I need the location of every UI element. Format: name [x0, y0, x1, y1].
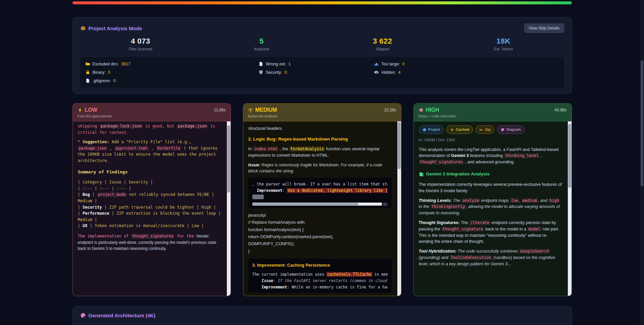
tier-medium-heading: MEDIUM Balanced analysis: [248, 107, 278, 118]
project-analysis-panel: Project Analysis Mode View Skip Details …: [72, 17, 572, 94]
tier-high-heading: HIGH Deep + code execution: [418, 107, 456, 118]
tier-duration: 22.28s: [384, 107, 396, 118]
architecture-title: Generated Architecture (4K): [80, 313, 564, 318]
stat-label: Files Scanned: [80, 47, 201, 51]
paragraph: Thinking Levels: The analyze endpoint ma…: [419, 198, 562, 216]
panel-header-row: Project Analysis Mode View Skip Details: [80, 23, 564, 33]
stat-value: 3 622: [322, 37, 443, 46]
brain-icon: [418, 108, 424, 113]
badge-diagram: Diagram: [497, 125, 525, 134]
scroll-right-arrow[interactable]: ›: [383, 203, 388, 206]
code-line: The current implementation uses cachetoo…: [252, 271, 388, 278]
puzzle-icon: [419, 172, 424, 177]
stats-row: 4 073 Files Scanned 5 Analyzed 3 622 Ski…: [80, 37, 564, 51]
lock-icon: [85, 70, 90, 75]
badge-sig: Sig: [476, 125, 494, 134]
vertical-scrollbar[interactable]: [568, 121, 572, 296]
scrollbar-thumb[interactable]: [641, 60, 643, 186]
skip-item-binary: Binary: 0: [85, 70, 259, 75]
package-icon: [423, 128, 427, 132]
badge-project: Project: [419, 125, 444, 134]
tier-high-content[interactable]: Project Cached Sig Diagram In:: [414, 121, 572, 296]
vertical-scrollbar[interactable]: [397, 121, 401, 296]
stat-est-tokens: 18K Est. Tokens: [443, 37, 564, 51]
tier-subtitle: Fast but approximate: [78, 114, 112, 118]
skip-column: Wrong ext: 1 Security: 0: [258, 61, 374, 83]
tier-low-header: LOW Fast but approximate 11.85s: [73, 104, 231, 121]
stat-label: Analyzed: [201, 47, 322, 51]
scrollbar-thumb[interactable]: [252, 203, 359, 205]
key-icon: [479, 128, 483, 132]
view-skip-details-button[interactable]: View Skip Details: [524, 23, 564, 33]
skip-item-security: Security: 0: [258, 70, 374, 75]
tier-grid: LOW Fast but approximate 11.85s skipping…: [72, 103, 572, 296]
text-line: }: [248, 248, 392, 255]
skip-details-panel: Excluded dirs: 3617 Binary: 0 .gitignore…: [80, 57, 564, 88]
scrollbar-track[interactable]: [252, 203, 382, 206]
paragraph: This analysis covers the LingTier applic…: [419, 147, 562, 165]
tier-card-high: HIGH Deep + code execution 40.88s Projec…: [413, 103, 572, 296]
tier-medium-content[interactable]: structural headers. 2. Logic Bug: Regex-…: [243, 121, 401, 296]
badge-cached: Cached: [446, 125, 473, 134]
code-block: , the parser will break. If a user has a…: [248, 178, 392, 208]
stat-value: 18K: [443, 37, 564, 46]
table-line: | Bug | project_mode not reliably synced…: [78, 192, 221, 204]
lightning-icon: [450, 128, 454, 132]
skip-column: Excluded dirs: 3617 Binary: 0 .gitignore…: [85, 61, 259, 83]
paragraph: Issue: Regex is notoriously fragile for …: [248, 162, 392, 175]
paragraph: The implementation of thought_signatures…: [78, 233, 221, 252]
skip-item-hidden: Hidden: 4: [374, 70, 559, 75]
stat-files-scanned: 4 073 Files Scanned: [80, 37, 201, 51]
paragraph: structural headers.: [248, 125, 392, 132]
shield-icon: [258, 70, 263, 75]
file-icon: [258, 61, 263, 66]
vertical-scrollbar[interactable]: [227, 121, 231, 296]
table-line: | :--- | :--- | :--- |: [78, 185, 221, 192]
paragraph: * Suggestion: Add a "Priority File" list…: [78, 139, 221, 164]
tier-subtitle: Deep + code execution: [418, 114, 456, 118]
markdown-table: | Category | Issue | Severity | | :--- |…: [78, 179, 221, 229]
scrollbar-thumb[interactable]: [398, 122, 401, 169]
file-icon: [85, 78, 90, 83]
table-line: | Security | ZIP path traversal could be…: [78, 204, 221, 211]
scrollbar-thumb[interactable]: [227, 125, 230, 193]
code-block: 3. Improvement: Caching Persistence The …: [248, 259, 392, 292]
skip-column: Too large: 0 Hidden: 4: [374, 61, 559, 83]
text-line: javascript: [248, 212, 392, 219]
bar-chart-icon: [374, 61, 379, 66]
tier-low-content[interactable]: skipping package-lock.json is good, but …: [73, 121, 231, 296]
text-line: DOMPURIFY_CONFIG);: [248, 241, 392, 247]
paragraph: skipping package-lock.json is good, but …: [78, 123, 221, 136]
section-heading: 3. Improvement: Caching Persistence: [252, 262, 388, 269]
tier-card-low: LOW Fast but approximate 11.85s skipping…: [72, 103, 231, 296]
eye-icon: [374, 70, 379, 75]
text-line: // Replace formatAnalysis with:: [248, 219, 392, 226]
tier-name: MEDIUM: [255, 107, 277, 113]
text-line: function formatAnalysis(text) {: [248, 227, 392, 233]
tier-name: LOW: [85, 107, 97, 113]
scrollbar-thumb[interactable]: [568, 124, 571, 188]
horizontal-scrollbar[interactable]: ›: [252, 203, 388, 206]
badge-row: Project Cached Sig Diagram: [419, 125, 562, 134]
tier-subtitle: Balanced analysis: [248, 114, 278, 118]
panel-title: Project Analysis Mode: [80, 25, 142, 31]
paragraph: The implementation correctly leverages s…: [419, 181, 562, 194]
paragraph: Tool Hybridization: The code successfull…: [419, 248, 562, 267]
paragraph: In index.html , the formatAnalysis funct…: [248, 146, 392, 159]
stat-label: Est. Tokens: [443, 47, 564, 51]
page-scrollbar[interactable]: [640, 0, 644, 325]
panel-title-text: Project Analysis Mode: [89, 25, 142, 31]
text-line: return DOMPurify.sanitize(marked.parse(t…: [248, 234, 392, 240]
generated-architecture-panel: Generated Architecture (4K): [72, 306, 572, 325]
tier-card-medium: MEDIUM Balanced analysis 22.28s structur…: [243, 103, 401, 296]
table-line: | Performance | ZIP extraction is blocki…: [78, 210, 221, 223]
package-icon: [80, 25, 86, 31]
code-line: Issue: If the FastAPI server restarts (c…: [252, 278, 388, 284]
tier-medium-header: MEDIUM Balanced analysis 22.28s: [243, 104, 401, 121]
tier-high-header: HIGH Deep + code execution 40.88s: [414, 104, 572, 121]
spectrum-gradient-bar: [72, 1, 572, 4]
palette-icon: [80, 313, 86, 318]
skip-item-wrong-ext: Wrong ext: 1: [258, 61, 374, 66]
code-text-lines: javascript // Replace formatAnalysis wit…: [248, 212, 392, 255]
code-line: Improvement: While an in-memory cache is…: [252, 284, 388, 290]
